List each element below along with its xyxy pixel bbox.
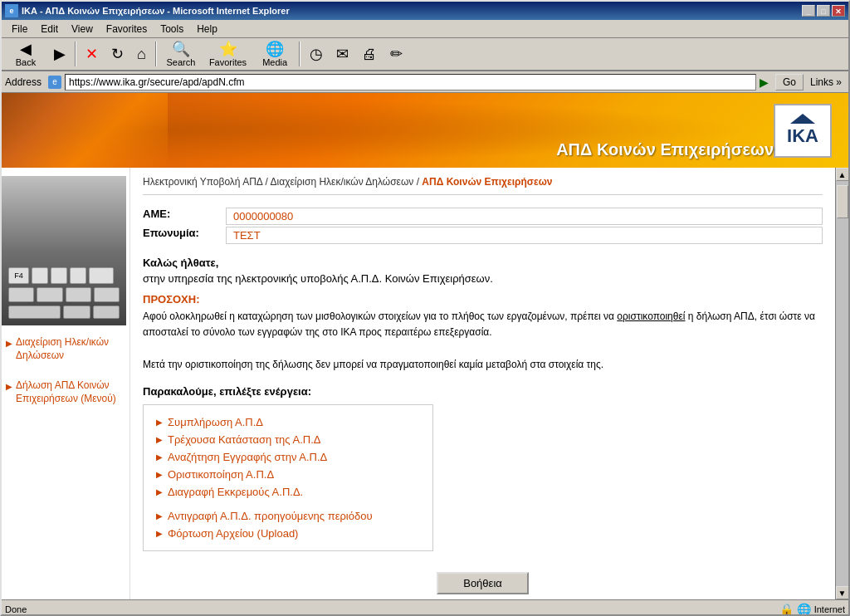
title-bar: e ΙΚΑ - ΑΠΔ Κοινών Επιχειρήσεων - Micros… <box>2 2 848 20</box>
menu-item-4[interactable]: ▶ Οριστικοποίηση Α.Π.Δ <box>156 466 420 483</box>
menu-item-1[interactable]: ▶ Συμπλήρωση Α.Π.Δ <box>156 413 420 431</box>
favorites-label: Favorites <box>209 57 247 67</box>
go-button[interactable]: Go <box>775 74 804 90</box>
menu-item-4-label: Οριστικοποίηση Α.Π.Δ <box>168 468 274 481</box>
menu-arrow-5: ▶ <box>156 487 163 496</box>
key-10 <box>93 306 120 319</box>
history-button[interactable]: ◷ <box>304 40 329 68</box>
menu-bar: File Edit View Favorites Tools Help <box>2 20 848 38</box>
favorites-button[interactable]: ⭐ Favorites <box>203 40 252 68</box>
notice-text-2: Μετά την οριστικοποίηση της δήλωσης δεν … <box>143 359 603 370</box>
address-label: Address <box>5 76 45 88</box>
window-title: ΙΚΑ - ΑΠΔ Κοινών Επιχειρήσεων - Microsof… <box>22 6 290 16</box>
menu-item-5[interactable]: ▶ Διαγραφή Εκκρεμούς Α.Π.Δ. <box>156 483 420 501</box>
breadcrumb-management[interactable]: Διαχείριση Ηλεκ/ικών Δηλώσεων <box>271 176 414 188</box>
key-3 <box>70 267 86 284</box>
sidebar-link-management-label: Διαχείριση Ηλεκ/ικών Δηλώσεων <box>16 336 125 362</box>
page-area: IKA ΑΠΔ Κοινών Επιχειρήσεων F4 <box>2 93 848 599</box>
print-icon: 🖨 <box>362 46 377 61</box>
menu-arrow-4: ▶ <box>156 470 163 479</box>
scroll-thumb[interactable] <box>837 185 848 218</box>
menu-item-6[interactable]: ▶ Αντιγραφή Α.Π.Δ. προηγούμενης περιόδου <box>156 507 420 525</box>
edit-icon: ✏ <box>390 46 403 61</box>
sidebar: F4 <box>2 168 130 599</box>
menu-edit[interactable]: Edit <box>34 22 65 37</box>
refresh-button[interactable]: ↻ <box>105 40 129 68</box>
search-button[interactable]: 🔍 Search <box>160 40 202 68</box>
notice-text: Αφού ολοκληρωθεί η καταχώρηση των μισθολ… <box>143 309 823 373</box>
eponymia-label: Επωνυμία: <box>143 227 226 244</box>
minimize-button[interactable]: _ <box>802 5 815 17</box>
breadcrumb-apd[interactable]: Ηλεκτρονική Υποβολή ΑΠΔ <box>143 176 262 188</box>
stop-button[interactable]: ✕ <box>80 40 104 68</box>
close-button[interactable]: ✕ <box>832 5 845 17</box>
refresh-icon: ↻ <box>111 46 124 61</box>
menu-favorites[interactable]: Favorites <box>100 22 154 37</box>
search-label: Search <box>166 57 195 67</box>
status-left: Done <box>5 604 27 614</box>
menu-box: ▶ Συμπλήρωση Α.Π.Δ ▶ Τρέχουσα Κατάσταση … <box>143 404 433 551</box>
menu-item-2[interactable]: ▶ Τρέχουσα Κατάσταση της Α.Π.Δ <box>156 431 420 448</box>
search-icon: 🔍 <box>172 42 190 56</box>
back-button[interactable]: ◀ Back <box>5 40 46 68</box>
key-row-3 <box>8 306 120 319</box>
edit-button[interactable]: ✏ <box>384 40 408 68</box>
menu-file[interactable]: File <box>5 22 34 37</box>
scroll-track[interactable] <box>836 181 849 586</box>
scrollbar-vertical[interactable]: ▲ ▼ <box>835 168 848 599</box>
menu-prompt: Παρακαλούμε, επιλέξτε ενέργεια: <box>143 385 823 398</box>
scroll-up-button[interactable]: ▲ <box>836 168 849 181</box>
key-5 <box>8 287 34 302</box>
menu-item-7-label: Φόρτωση Αρχείου (Upload) <box>168 527 298 540</box>
menu-tools[interactable]: Tools <box>154 22 190 37</box>
key-1 <box>32 267 48 284</box>
sidebar-link-management[interactable]: ▶ Διαχείριση Ηλεκ/ικών Δηλώσεων <box>6 334 125 364</box>
menu-help[interactable]: Help <box>190 22 224 37</box>
menu-item-7[interactable]: ▶ Φόρτωση Αρχείου (Upload) <box>156 525 420 542</box>
key-f4: F4 <box>8 267 29 284</box>
links-button[interactable]: Links » <box>807 76 845 89</box>
home-button[interactable]: ⌂ <box>131 40 152 68</box>
forward-button[interactable]: ▶ <box>48 40 71 68</box>
stop-icon: ✕ <box>85 46 98 61</box>
go-arrow-icon: ▶ <box>760 76 769 89</box>
ame-label: ΑΜΕ: <box>143 208 226 225</box>
address-input[interactable] <box>65 74 756 90</box>
sidebar-arrow-2: ▶ <box>6 381 12 392</box>
menu-item-3-label: Αναζήτηση Εγγραφής στην Α.Π.Δ <box>168 451 327 463</box>
status-right: 🔒 🌐 Internet <box>779 603 845 616</box>
menu-arrow-1: ▶ <box>156 418 163 427</box>
menu-item-3[interactable]: ▶ Αναζήτηση Εγγραφής στην Α.Π.Δ <box>156 448 420 466</box>
menu-view[interactable]: View <box>65 22 100 37</box>
ame-row: ΑΜΕ: 0000000080 <box>143 208 823 225</box>
breadcrumb: Ηλεκτρονική Υποβολή ΑΠΔ / Διαχείριση Ηλε… <box>143 176 823 195</box>
mail-button[interactable]: ✉ <box>330 40 354 68</box>
scroll-down-button[interactable]: ▼ <box>836 586 849 599</box>
maximize-button[interactable]: □ <box>817 5 830 17</box>
ame-value: 0000000080 <box>226 208 823 225</box>
key-row-2 <box>8 287 120 302</box>
key-4 <box>89 267 114 284</box>
welcome-title: Καλώς ήλθατε, <box>143 257 823 269</box>
key-space <box>8 306 61 319</box>
menu-item-5-label: Διαγραφή Εκκρεμούς Α.Π.Δ. <box>168 486 303 498</box>
key-7 <box>66 287 91 302</box>
notice-highlight: οριστικοποιηθεί <box>617 310 685 322</box>
title-bar-left: e ΙΚΑ - ΑΠΔ Κοινών Επιχειρήσεων - Micros… <box>5 4 290 17</box>
banner-logo: IKA <box>774 104 832 158</box>
notice-label: ΠΡΟΣΟΧΗ: <box>143 293 823 306</box>
print-button[interactable]: 🖨 <box>356 40 383 68</box>
menu-item-2-label: Τρέχουσα Κατάσταση της Α.Π.Δ <box>168 433 320 446</box>
sidebar-image: F4 <box>2 176 126 325</box>
window-controls: _ □ ✕ <box>802 5 845 17</box>
address-site-icon: e <box>48 76 61 89</box>
forward-icon: ▶ <box>54 46 66 61</box>
ie-window: e ΙΚΑ - ΑΠΔ Κοινών Επιχειρήσεων - Micros… <box>0 0 850 616</box>
sidebar-link-declaration[interactable]: ▶ Δήλωση ΑΠΔ Κοινών Επιχειρήσεων (Μενού) <box>6 377 125 408</box>
mail-icon: ✉ <box>336 46 349 61</box>
back-label: Back <box>16 57 36 67</box>
media-button[interactable]: 🌐 Media <box>254 40 296 68</box>
help-button[interactable]: Βοήθεια <box>437 572 529 594</box>
media-icon: 🌐 <box>266 42 284 56</box>
menu-separator <box>156 501 420 507</box>
